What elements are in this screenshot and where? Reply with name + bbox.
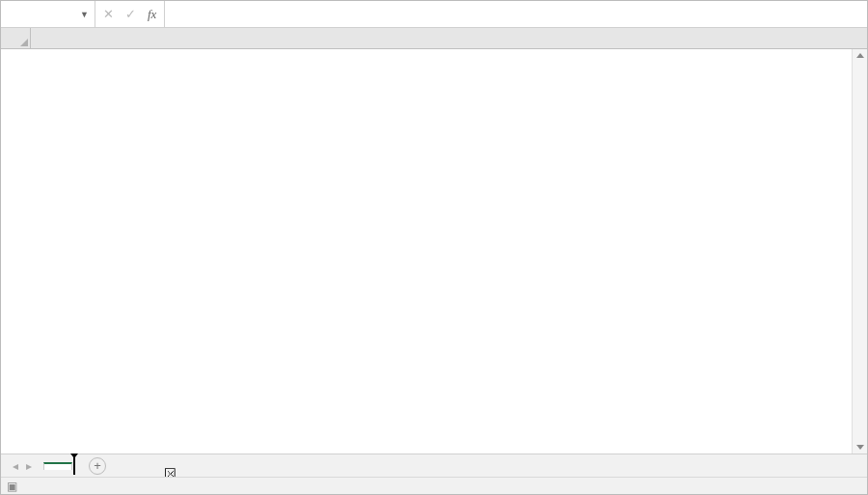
tab-next-icon[interactable]: ▸ bbox=[26, 459, 32, 473]
fx-icon[interactable]: fx bbox=[148, 7, 156, 22]
status-bar: ▣ bbox=[1, 477, 867, 494]
new-sheet-button[interactable]: + bbox=[89, 457, 106, 475]
vertical-scrollbar[interactable] bbox=[852, 49, 867, 454]
enter-icon[interactable]: ✓ bbox=[125, 7, 136, 21]
column-headers bbox=[1, 28, 867, 49]
sheet-tab-active[interactable] bbox=[43, 462, 72, 470]
cancel-icon[interactable]: ✕ bbox=[103, 7, 114, 21]
select-all-corner[interactable] bbox=[1, 28, 31, 48]
chevron-down-icon[interactable]: ▼ bbox=[80, 10, 89, 19]
sheet-tab-bar: ◂ ▸ + bbox=[1, 454, 867, 477]
name-box[interactable]: ▼ bbox=[1, 1, 95, 27]
excel-window: ▼ ✕ ✓ fx ◂ ▸ + ⮽ ▣ bbox=[0, 0, 868, 495]
tab-prev-icon[interactable]: ◂ bbox=[13, 459, 18, 473]
sheet-drop-indicator bbox=[73, 457, 75, 475]
formula-bar: ▼ ✕ ✓ fx bbox=[1, 1, 867, 28]
record-macro-icon[interactable]: ▣ bbox=[7, 480, 17, 493]
formula-buttons: ✕ ✓ fx bbox=[95, 1, 165, 27]
tab-nav: ◂ ▸ bbox=[1, 459, 43, 473]
formula-input[interactable] bbox=[165, 1, 867, 27]
